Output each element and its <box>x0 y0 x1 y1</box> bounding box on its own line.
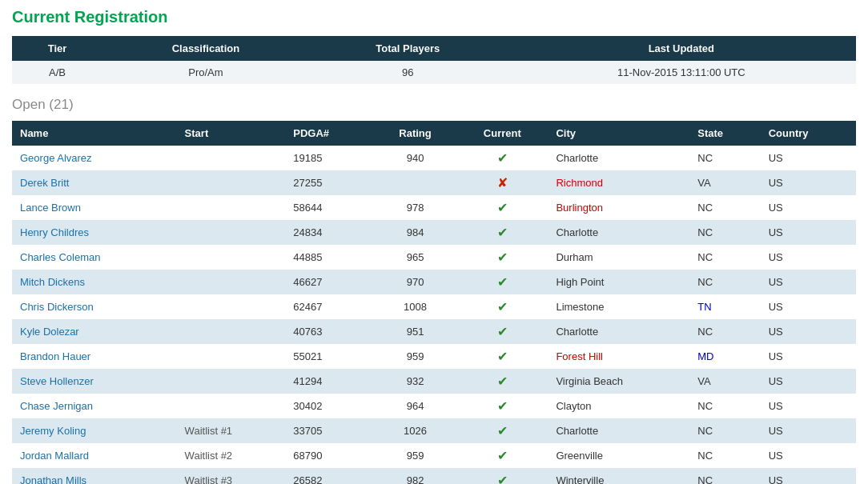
player-name[interactable]: Mitch Dickens <box>12 270 177 294</box>
player-city: High Point <box>548 270 689 294</box>
player-name[interactable]: Jeremy Koling <box>12 418 177 443</box>
table-row: Jonathan MillsWaitlist #326582982✔Winter… <box>12 468 856 484</box>
player-state: VA <box>689 369 760 394</box>
reg-total-players: 96 <box>309 61 507 84</box>
player-rating: 959 <box>374 443 456 468</box>
col-name: Name <box>12 121 177 146</box>
player-name[interactable]: Kyle Dolezar <box>12 319 177 344</box>
reg-header-total-players: Total Players <box>309 36 507 61</box>
player-state: NC <box>689 220 760 245</box>
player-rating: 964 <box>374 394 456 418</box>
player-city: Charlotte <box>548 146 689 170</box>
player-current: ✔ <box>456 443 548 468</box>
player-pdga: 44885 <box>285 245 374 270</box>
player-rating <box>374 170 456 195</box>
player-link[interactable]: Steve Hollenzer <box>20 375 94 387</box>
player-link[interactable]: Brandon Hauer <box>20 350 90 362</box>
player-state: NC <box>689 468 760 484</box>
player-start <box>177 245 286 270</box>
player-current: ✘ <box>456 170 548 195</box>
player-pdga: 46627 <box>285 270 374 294</box>
reg-last-updated: 11-Nov-2015 13:11:00 UTC <box>507 61 856 84</box>
player-state: NC <box>689 394 760 418</box>
player-pdga: 58644 <box>285 195 374 220</box>
player-city: Durham <box>548 245 689 270</box>
check-icon: ✔ <box>497 350 508 363</box>
player-link[interactable]: Jonathan Mills <box>20 474 86 484</box>
player-city: Greenville <box>548 443 689 468</box>
table-row: Kyle Dolezar40763951✔CharlotteNCUS <box>12 319 856 344</box>
check-icon: ✔ <box>497 325 508 338</box>
player-state: NC <box>689 319 760 344</box>
player-current: ✔ <box>456 245 548 270</box>
player-name[interactable]: George Alvarez <box>12 146 177 170</box>
player-country: US <box>761 394 856 418</box>
player-name[interactable]: Henry Childres <box>12 220 177 245</box>
check-icon: ✔ <box>497 250 508 264</box>
player-name[interactable]: Chris Dickerson <box>12 294 177 319</box>
player-link[interactable]: George Alvarez <box>20 152 92 164</box>
player-name[interactable]: Steve Hollenzer <box>12 369 177 394</box>
player-start <box>177 146 286 170</box>
check-icon: ✔ <box>497 151 508 165</box>
player-rating: 965 <box>374 245 456 270</box>
check-icon: ✔ <box>497 399 508 413</box>
player-name[interactable]: Jonathan Mills <box>12 468 177 484</box>
player-current: ✔ <box>456 394 548 418</box>
col-pdga: PDGA# <box>285 121 374 146</box>
player-rating: 1008 <box>374 294 456 319</box>
reg-classification: Pro/Am <box>102 61 309 84</box>
reg-header-last-updated: Last Updated <box>507 36 856 61</box>
player-country: US <box>761 195 856 220</box>
player-pdga: 24834 <box>285 220 374 245</box>
player-link[interactable]: Kyle Dolezar <box>20 326 79 338</box>
player-start <box>177 170 286 195</box>
player-link[interactable]: Mitch Dickens <box>20 276 85 288</box>
player-state: NC <box>689 270 760 294</box>
col-country: Country <box>761 121 856 146</box>
check-icon: ✔ <box>497 300 508 314</box>
player-name[interactable]: Jordan Mallard <box>12 443 177 468</box>
check-icon: ✔ <box>497 226 508 239</box>
player-name[interactable]: Brandon Hauer <box>12 344 177 369</box>
player-link[interactable]: Chase Jernigan <box>20 400 93 412</box>
player-link[interactable]: Jordan Mallard <box>20 450 89 462</box>
player-name[interactable]: Derek Britt <box>12 170 177 195</box>
player-state: MD <box>689 344 760 369</box>
player-state: NC <box>689 146 760 170</box>
player-city: Forest Hill <box>548 344 689 369</box>
registration-table: Tier Classification Total Players Last U… <box>12 36 856 84</box>
player-rating: 982 <box>374 468 456 484</box>
table-row: Charles Coleman44885965✔DurhamNCUS <box>12 245 856 270</box>
player-city: Charlotte <box>548 319 689 344</box>
table-row: Derek Britt27255✘RichmondVAUS <box>12 170 856 195</box>
check-icon: ✔ <box>497 275 508 289</box>
player-state: NC <box>689 245 760 270</box>
player-start <box>177 319 286 344</box>
col-state: State <box>689 121 760 146</box>
player-start <box>177 344 286 369</box>
player-current: ✔ <box>456 344 548 369</box>
player-city: Winterville <box>548 468 689 484</box>
player-current: ✔ <box>456 418 548 443</box>
section-count: (21) <box>49 97 73 112</box>
player-rating: 978 <box>374 195 456 220</box>
table-row: George Alvarez19185940✔CharlotteNCUS <box>12 146 856 170</box>
table-row: Jeremy KolingWaitlist #1337051026✔Charlo… <box>12 418 856 443</box>
player-link[interactable]: Charles Coleman <box>20 251 100 263</box>
player-name[interactable]: Chase Jernigan <box>12 394 177 418</box>
player-rating: 959 <box>374 344 456 369</box>
player-city: Limestone <box>548 294 689 319</box>
player-country: US <box>761 319 856 344</box>
player-link[interactable]: Henry Childres <box>20 226 89 238</box>
col-start: Start <box>177 121 286 146</box>
col-city: City <box>548 121 689 146</box>
player-link[interactable]: Derek Britt <box>20 177 69 189</box>
player-name[interactable]: Charles Coleman <box>12 245 177 270</box>
player-name[interactable]: Lance Brown <box>12 195 177 220</box>
reg-header-tier: Tier <box>12 36 102 61</box>
player-link[interactable]: Chris Dickerson <box>20 301 94 313</box>
player-country: US <box>761 146 856 170</box>
player-link[interactable]: Lance Brown <box>20 202 81 214</box>
player-link[interactable]: Jeremy Koling <box>20 425 86 437</box>
